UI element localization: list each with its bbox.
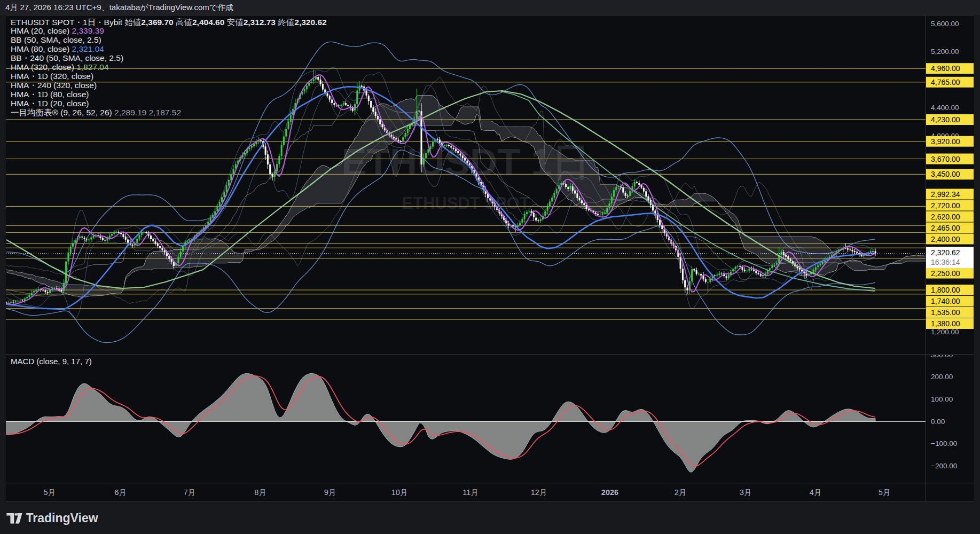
svg-text:2,720.00: 2,720.00 xyxy=(931,201,960,210)
svg-text:0.00: 0.00 xyxy=(931,418,945,426)
svg-text:1,535.00: 1,535.00 xyxy=(931,308,960,317)
svg-text:1,800.00: 1,800.00 xyxy=(931,286,960,294)
svg-text:4,230.00: 4,230.00 xyxy=(931,115,960,124)
svg-text:HMA (20, close) 2,339.39: HMA (20, close) 2,339.39 xyxy=(11,26,104,35)
svg-text:1,380.00: 1,380.00 xyxy=(931,319,960,328)
svg-text:4月: 4月 xyxy=(810,488,822,497)
svg-text:2,620.00: 2,620.00 xyxy=(931,213,960,221)
svg-text:100.00: 100.00 xyxy=(931,395,953,403)
svg-text:2026: 2026 xyxy=(601,488,618,497)
svg-text:ETHUSDT 1日: ETHUSDT 1日 xyxy=(341,141,590,183)
svg-text:3,450.00: 3,450.00 xyxy=(931,170,960,178)
svg-text:1,200.00: 1,200.00 xyxy=(931,328,959,336)
svg-text:ETHUSDT SPOT・1日・Bybit 始値2,369.: ETHUSDT SPOT・1日・Bybit 始値2,369.70 高値2,404… xyxy=(11,18,327,27)
svg-text:一目均衡表® (9, 26, 52, 26) 2,289.: 一目均衡表® (9, 26, 52, 26) 2,289.19 2,187.52 xyxy=(11,108,181,117)
svg-text:1,740.00: 1,740.00 xyxy=(931,297,960,305)
svg-text:3月: 3月 xyxy=(740,488,752,497)
svg-text:5月: 5月 xyxy=(879,488,891,497)
svg-text:3,670.00: 3,670.00 xyxy=(931,155,960,163)
svg-text:−200.00: −200.00 xyxy=(931,462,957,470)
svg-text:2月: 2月 xyxy=(675,488,687,497)
svg-text:HMA・1D (80, close): HMA・1D (80, close) xyxy=(11,90,89,99)
svg-text:ETHUSDT SPOT: ETHUSDT SPOT xyxy=(402,194,529,213)
svg-text:4,765.00: 4,765.00 xyxy=(931,78,960,87)
svg-text:10月: 10月 xyxy=(391,488,408,497)
svg-text:HMA・240 (320, close): HMA・240 (320, close) xyxy=(11,81,97,90)
svg-text:2,992.34: 2,992.34 xyxy=(931,190,960,199)
svg-text:7月: 7月 xyxy=(184,488,196,497)
svg-text:HMA (80, close) 2,321.04: HMA (80, close) 2,321.04 xyxy=(11,44,104,53)
svg-text:HMA (320, close) 1,827.04: HMA (320, close) 1,827.04 xyxy=(11,62,109,72)
svg-text:9月: 9月 xyxy=(324,488,336,497)
svg-text:8月: 8月 xyxy=(254,488,266,497)
svg-text:12月: 12月 xyxy=(531,488,547,497)
svg-text:2,465.00: 2,465.00 xyxy=(931,224,960,232)
svg-text:5,600.00: 5,600.00 xyxy=(931,20,959,28)
svg-text:MACD (close, 9, 17, 7): MACD (close, 9, 17, 7) xyxy=(11,357,92,366)
svg-text:−100.00: −100.00 xyxy=(931,439,957,447)
svg-text:5,200.00: 5,200.00 xyxy=(931,48,959,56)
svg-text:4,400.00: 4,400.00 xyxy=(931,104,959,112)
svg-text:16:36:14: 16:36:14 xyxy=(931,258,960,266)
svg-text:3,920.00: 3,920.00 xyxy=(931,137,960,146)
svg-text:5月: 5月 xyxy=(43,488,56,497)
svg-text:HMA・1D (20, close): HMA・1D (20, close) xyxy=(11,99,89,108)
svg-text:6月: 6月 xyxy=(114,488,127,497)
svg-text:11月: 11月 xyxy=(462,488,479,497)
svg-text:2,400.00: 2,400.00 xyxy=(931,235,960,244)
svg-text:TradingView: TradingView xyxy=(26,511,98,525)
svg-text:4月 27, 2026 16:23 UTC+9、takata: 4月 27, 2026 16:23 UTC+9、takatabaがTrading… xyxy=(5,3,233,12)
svg-text:BB・240 (50, SMA, close, 2.5): BB・240 (50, SMA, close, 2.5) xyxy=(11,53,123,62)
svg-text:BB (50, SMA, close, 2.5): BB (50, SMA, close, 2.5) xyxy=(11,35,101,44)
svg-text:2,250.00: 2,250.00 xyxy=(931,269,960,278)
svg-text:4,960.00: 4,960.00 xyxy=(931,64,960,73)
svg-text:HMA・1D (320, close): HMA・1D (320, close) xyxy=(11,72,93,81)
svg-text:200.00: 200.00 xyxy=(931,373,953,381)
svg-text:2,320.62: 2,320.62 xyxy=(931,248,960,257)
